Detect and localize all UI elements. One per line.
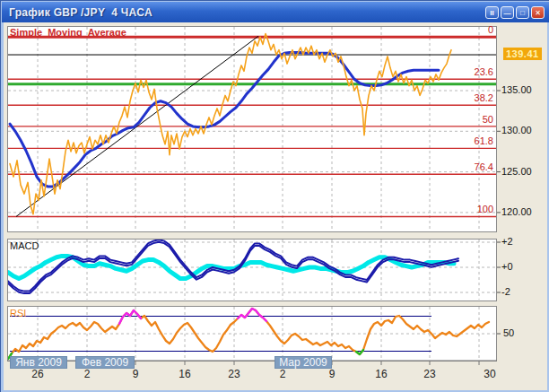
price-chart-panel[interactable] [7, 26, 497, 232]
x-tick-label: 23 [223, 368, 245, 380]
macd-axis-label: +2 [501, 236, 513, 247]
month-badge: Янв 2009 [10, 356, 67, 369]
macd-axis-label: -2 [501, 286, 510, 297]
fib-level-label: 50 [440, 114, 493, 125]
month-badge: Фев 2009 [75, 356, 135, 369]
x-tick-label: 16 [370, 368, 392, 380]
x-tick-label: 9 [125, 368, 146, 380]
close-button[interactable]: ✕ [531, 6, 545, 19]
close-icon: ✕ [535, 9, 541, 17]
x-tick-label: 2 [76, 368, 98, 380]
macd-axis-label: +0 [501, 261, 513, 272]
chart-window: График GBP /JPY 4 ЧАСА II—□✕ Simple_Movi… [0, 0, 549, 392]
window-buttons: II—□✕ [485, 6, 549, 19]
x-tick-label: 9 [321, 368, 343, 380]
x-tick-label: 26 [27, 368, 48, 380]
macd-indicator-label: MACD [10, 240, 39, 251]
macd-panel[interactable] [7, 239, 497, 301]
minimize-icon: — [504, 9, 511, 17]
rsi-indicator-label: RSI [10, 308, 26, 318]
fib-level-label: 76.4 [440, 161, 493, 172]
minimize-button[interactable]: — [501, 6, 514, 19]
price-axis-label: 135.00 [501, 84, 532, 95]
fib-level-label: 38.2 [440, 92, 493, 103]
rsi-axis-label: 50 [503, 327, 514, 338]
fib-level-label: 61.8 [440, 135, 493, 146]
month-badge: Мар 2009 [274, 356, 332, 369]
fib-level-label: 0 [440, 24, 493, 35]
price-axis-label: 130.00 [501, 125, 532, 135]
x-tick-label: 2 [272, 368, 293, 380]
rsi-panel[interactable] [7, 306, 497, 362]
maximize-button[interactable]: □ [516, 6, 529, 19]
x-tick-label: 16 [174, 368, 196, 380]
pin-bars-icon: II [490, 9, 493, 17]
price-axis-label: 125.00 [501, 166, 532, 177]
fib-level-label: 100 [440, 204, 493, 214]
fib-level-label: 23.6 [440, 66, 493, 77]
x-tick-label: 23 [419, 368, 440, 380]
window-title: График GBP /JPY 4 ЧАСА [2, 6, 485, 19]
x-tick-label: 30 [479, 368, 501, 380]
maximize-icon: □ [520, 9, 525, 17]
sma-indicator-label: Simple_Moving_Average [10, 27, 126, 38]
price-axis-label: 120.00 [501, 206, 532, 217]
pin-button[interactable]: II [485, 6, 499, 19]
current-price-tag: 139.41 [503, 48, 542, 60]
title-bar[interactable]: График GBP /JPY 4 ЧАСА II—□✕ [2, 2, 549, 22]
